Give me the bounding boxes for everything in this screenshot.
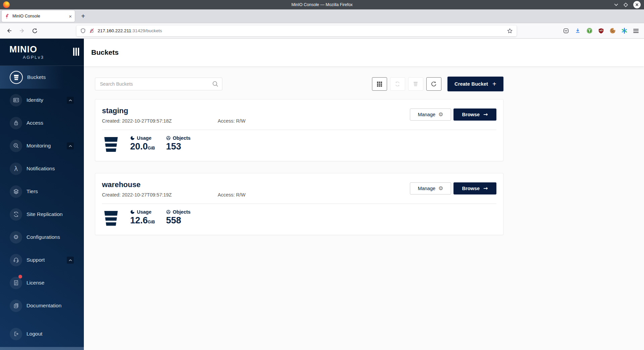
green-extension-icon[interactable] — [586, 28, 593, 34]
sidebar-item-buckets[interactable]: Buckets — [0, 66, 84, 89]
download-icon[interactable] — [575, 28, 581, 34]
ublock-badge-text: uO — [598, 29, 604, 32]
sidebar-item-label: Site Replication — [26, 211, 63, 217]
replication-icon — [394, 81, 400, 87]
arrow-right-icon: → — [483, 186, 488, 191]
sidebar-item-label: Monitoring — [26, 143, 51, 149]
window-title: MinIO Console — Mozilla Firefox — [0, 2, 644, 7]
bookmark-star-icon[interactable] — [507, 28, 513, 34]
sidebar-item-logout[interactable]: Logout — [0, 322, 84, 345]
grid-view-button[interactable] — [372, 77, 387, 91]
sidebar-item-license[interactable]: License — [0, 271, 84, 294]
sidebar-item-label: Configurations — [26, 234, 60, 240]
manage-button[interactable]: Manage ⚙ — [410, 182, 451, 194]
license-doc-icon — [10, 277, 22, 289]
sidebar-item-label: Identity — [26, 97, 43, 103]
sidebar-item-access[interactable]: Access — [0, 112, 84, 134]
tab-close-icon[interactable]: × — [69, 14, 72, 19]
url-bar[interactable]: 217.160.222.211:31429/buckets — [76, 26, 517, 36]
cookie-extension-icon[interactable] — [609, 28, 616, 34]
bucket-icon — [10, 71, 23, 84]
browse-button[interactable]: Browse → — [453, 108, 496, 121]
chevron-up-icon[interactable] — [67, 257, 74, 264]
bucket-card-warehouse[interactable]: warehouse Created: 2022-10-27T09:57:19Z … — [95, 173, 503, 235]
sidebar-item-label: Access — [26, 120, 43, 126]
window-close-button[interactable] — [633, 1, 641, 8]
browser-tab-minio-console[interactable]: MinIO Console × — [2, 10, 75, 22]
sidebar-scrollbar[interactable] — [0, 347, 84, 350]
refresh-button[interactable] — [426, 77, 441, 91]
tab-title: MinIO Console — [12, 14, 66, 18]
chevron-up-icon[interactable] — [67, 142, 74, 149]
browse-label: Browse — [462, 186, 480, 191]
bucket-icon-large — [102, 135, 120, 154]
tracking-protection-shield-icon[interactable] — [80, 28, 86, 34]
manage-label: Manage — [418, 186, 435, 191]
chevron-up-icon[interactable] — [67, 97, 74, 104]
headset-icon — [10, 254, 22, 266]
sidebar-collapse-button[interactable] — [73, 48, 79, 56]
bucket-card-staging[interactable]: staging Created: 2022-10-27T09:57:18Z Ac… — [95, 99, 503, 161]
delete-bucket-button-disabled — [408, 77, 423, 91]
sidebar-item-notifications[interactable]: λ Notifications — [0, 157, 84, 180]
window-maximize-button[interactable] — [624, 3, 628, 7]
search-input[interactable] — [95, 78, 222, 90]
page-content: Create Bucket + staging Created: 2022-10… — [84, 66, 644, 350]
sidebar-item-monitoring[interactable]: Monitoring — [0, 134, 84, 157]
sidebar-item-label: Notifications — [26, 166, 55, 172]
create-bucket-label: Create Bucket — [454, 81, 488, 87]
usage-value: 20.0 — [130, 141, 148, 151]
objects-label: Objects — [173, 209, 191, 215]
minio-logo: MINIO — [9, 45, 84, 54]
sidebar-item-support[interactable]: Support — [0, 249, 84, 271]
usage-pie-icon — [130, 136, 135, 140]
manage-label: Manage — [418, 112, 435, 117]
gear-icon: ⚙ — [438, 112, 443, 117]
sidebar-item-tiers[interactable]: Tiers — [0, 180, 84, 203]
bucket-metrics: Usage 12.6GiB Objects 558 — [95, 204, 503, 235]
magnifier-icon — [10, 140, 22, 152]
objects-value: 558 — [166, 216, 191, 225]
pocket-icon[interactable] — [563, 28, 569, 34]
browser-tab-bar: MinIO Console × + — [0, 9, 644, 23]
insecure-lock-icon[interactable] — [89, 28, 95, 34]
bucket-created: Created: 2022-10-27T09:57:19Z — [102, 192, 218, 198]
sidebar-item-label: Tiers — [26, 188, 38, 194]
gear-icon: ⚙ — [10, 231, 22, 244]
create-bucket-button[interactable]: Create Bucket + — [447, 77, 503, 91]
sidebar-item-identity[interactable]: Identity — [0, 89, 84, 112]
manage-button[interactable]: Manage ⚙ — [410, 108, 451, 121]
page-title: Buckets — [91, 48, 119, 56]
bucket-metrics: Usage 20.0GiB Objects 153 — [95, 130, 503, 161]
bucket-access: Access: R/W — [218, 192, 246, 198]
bucket-icon-large — [102, 209, 120, 227]
browser-nav-buttons — [6, 28, 38, 34]
sidebar-item-documentation[interactable]: Documentation — [0, 294, 84, 317]
new-tab-button[interactable]: + — [81, 13, 85, 19]
browse-button[interactable]: Browse → — [453, 182, 496, 194]
set-replication-button-disabled — [390, 77, 405, 91]
usage-metric: Usage 20.0GiB — [130, 135, 155, 151]
window-minimize-button[interactable] — [614, 3, 618, 6]
sidebar-item-label: Documentation — [26, 303, 61, 309]
usage-value: 12.6 — [130, 215, 148, 225]
bucket-card-actions: Manage ⚙ Browse → — [410, 108, 496, 121]
sidebar-item-configurations[interactable]: ⚙ Configurations — [0, 226, 84, 249]
gear-icon: ⚙ — [438, 186, 443, 191]
usage-label: Usage — [137, 209, 152, 215]
browser-toolbar: 217.160.222.211:31429/buckets uO — [0, 23, 644, 39]
reload-icon[interactable] — [32, 28, 38, 34]
bucket-created: Created: 2022-10-27T09:57:18Z — [102, 118, 218, 124]
colorful-asterisk-extension-icon[interactable] — [621, 28, 628, 34]
window-titlebar: MinIO Console — Mozilla Firefox — [0, 0, 644, 9]
forward-icon — [19, 28, 25, 34]
sidebar-item-site-replication[interactable]: Site Replication — [0, 203, 84, 226]
objects-icon — [166, 136, 171, 140]
search-icon — [212, 81, 219, 87]
back-icon[interactable] — [6, 28, 12, 34]
menu-icon[interactable] — [633, 29, 639, 33]
usage-pie-icon — [130, 210, 135, 214]
firefox-logo-icon — [3, 1, 10, 8]
close-icon — [635, 3, 639, 6]
ublock-origin-icon[interactable]: uO — [598, 28, 604, 34]
